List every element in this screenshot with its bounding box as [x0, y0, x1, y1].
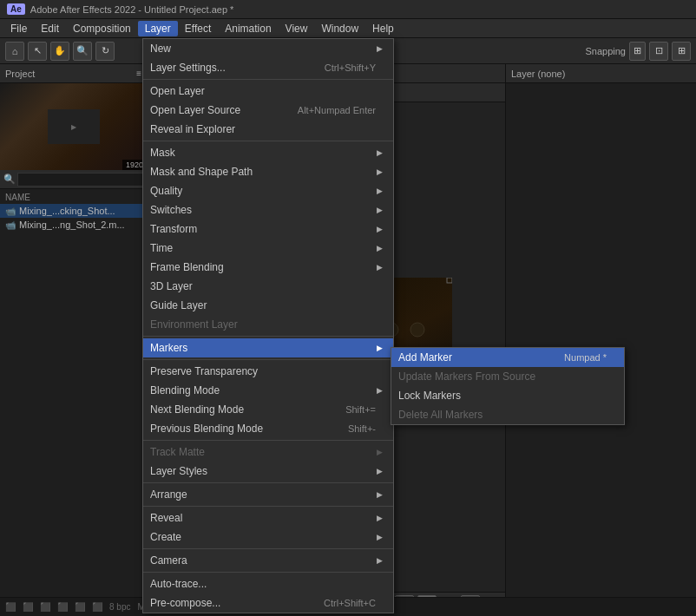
ctx-time[interactable]: Time ▶ — [143, 239, 393, 258]
ctx-update-markers: Update Markers From Source — [391, 367, 624, 386]
ctx-quality[interactable]: Quality ▶ — [143, 181, 393, 200]
ctx-create-label: Create — [150, 531, 181, 543]
tool-cursor[interactable]: ↖ — [28, 42, 47, 61]
snapping-toggle[interactable]: ⊞ — [629, 42, 646, 61]
ctx-reveal-explorer-label: Reveal in Explorer — [150, 123, 235, 135]
ctx-layer-settings-shortcut: Ctrl+Shift+Y — [325, 62, 376, 73]
menu-help[interactable]: Help — [365, 21, 401, 36]
search-input[interactable] — [17, 173, 143, 187]
ctx-next-blend-shortcut: Shift+= — [345, 404, 376, 415]
thumb-background: ▶ — [0, 83, 147, 170]
ctx-quality-label: Quality — [150, 185, 182, 197]
ctx-pre-compose-label: Pre-compose... — [150, 597, 220, 609]
ctx-blending-mode[interactable]: Blending Mode ▶ — [143, 381, 393, 400]
ctx-3d-layer[interactable]: 3D Layer — [143, 277, 393, 296]
ctx-lock-markers[interactable]: Lock Markers — [391, 386, 624, 405]
ctx-reveal[interactable]: Reveal ▶ — [143, 508, 393, 528]
ctx-prev-blending[interactable]: Previous Blending Mode Shift+- — [143, 419, 393, 438]
ctx-switches[interactable]: Switches ▶ — [143, 200, 393, 220]
file-name-2: Mixing_...ng_Shot_2.m... — [19, 220, 125, 230]
menu-layer[interactable]: Layer — [138, 21, 178, 36]
menu-composition[interactable]: Composition — [66, 21, 138, 36]
layer-header-label: Layer (none) — [511, 69, 565, 79]
ctx-environment-layer-label: Environment Layer — [150, 318, 238, 331]
tool-search[interactable]: 🔍 — [73, 42, 92, 61]
ctx-markers[interactable]: Markers ▶ — [143, 338, 393, 357]
ctx-transform-label: Transform — [150, 223, 197, 235]
footer-icon6: ⬛ — [92, 602, 102, 612]
ctx-open-layer[interactable]: Open Layer — [143, 82, 393, 101]
menu-file[interactable]: File — [3, 21, 34, 36]
ctx-preserve-label: Preserve Transparency — [150, 365, 258, 377]
markers-submenu: Add Marker Numpad * Update Markers From … — [391, 347, 625, 425]
ctx-next-blending[interactable]: Next Blending Mode Shift+= — [143, 400, 393, 419]
footer-icon2: ⬛ — [23, 602, 33, 612]
ctx-track-matte-arrow: ▶ — [377, 448, 383, 456]
ctx-preserve-transparency[interactable]: Preserve Transparency — [143, 362, 393, 381]
ctx-switches-arrow: ▶ — [377, 206, 383, 214]
ctx-markers-arrow: ▶ — [377, 344, 383, 352]
title-bar: Ae Adobe After Effects 2022 - Untitled P… — [0, 0, 696, 19]
menu-window[interactable]: Window — [314, 21, 365, 36]
tool-extra2[interactable]: ⊞ — [672, 42, 691, 61]
file-item-1[interactable]: 📹 Mixing_...cking_Shot... — [0, 204, 147, 218]
ctx-track-matte-label: Track Matte — [150, 446, 205, 458]
thumb-icon: ▶ — [71, 123, 76, 131]
ctx-auto-trace[interactable]: Auto-trace... — [143, 574, 393, 593]
ctx-add-marker[interactable]: Add Marker Numpad * — [391, 348, 624, 367]
files-header: Name — [0, 191, 147, 204]
file-item-2[interactable]: 📹 Mixing_...ng_Shot_2.m... — [0, 218, 147, 232]
project-menu-icon[interactable]: ≡ — [136, 69, 141, 78]
footer-color-depth: 8 bpc — [109, 602, 130, 612]
project-label: Project — [5, 69, 35, 79]
ctx-reveal-explorer[interactable]: Reveal in Explorer — [143, 120, 393, 139]
ctx-pre-compose[interactable]: Pre-compose... Ctrl+Shift+C — [143, 593, 393, 613]
thumb-placeholder: ▶ — [48, 109, 100, 144]
menu-edit[interactable]: Edit — [34, 21, 66, 36]
ctx-sep-9 — [143, 572, 393, 573]
ctx-mask[interactable]: Mask ▶ — [143, 143, 393, 162]
tool-home[interactable]: ⌂ — [5, 42, 24, 61]
ctx-new-arrow: ▶ — [377, 44, 383, 53]
ctx-quality-arrow: ▶ — [377, 187, 383, 195]
ctx-sep-4 — [143, 359, 393, 360]
ctx-camera-arrow: ▶ — [377, 556, 383, 565]
ctx-transform-arrow: ▶ — [377, 225, 383, 233]
ctx-layer-settings[interactable]: Layer Settings... Ctrl+Shift+Y — [143, 58, 393, 77]
menu-effect[interactable]: Effect — [178, 21, 218, 36]
project-header: Project ≡ — [0, 64, 147, 83]
tool-extra1[interactable]: ⊡ — [649, 42, 668, 61]
ctx-mask-shape[interactable]: Mask and Shape Path ▶ — [143, 162, 393, 181]
ctx-update-markers-label: Update Markers From Source — [398, 370, 535, 383]
tool-hand[interactable]: ✋ — [50, 42, 69, 61]
tool-rotate[interactable]: ↻ — [95, 42, 115, 61]
thumb-size: 1920 — [126, 161, 143, 169]
ctx-layer-styles[interactable]: Layer Styles ▶ — [143, 462, 393, 481]
project-thumbnail: ▶ 1920 — [0, 83, 147, 170]
ctx-blending-label: Blending Mode — [150, 384, 220, 396]
ctx-frame-blending[interactable]: Frame Blending ▶ — [143, 258, 393, 277]
ctx-create[interactable]: Create ▶ — [143, 528, 393, 547]
ctx-guide-layer[interactable]: Guide Layer — [143, 296, 393, 315]
ctx-auto-trace-label: Auto-trace... — [150, 578, 207, 590]
menu-animation[interactable]: Animation — [218, 21, 278, 36]
ctx-sep-1 — [143, 79, 393, 80]
ctx-open-source[interactable]: Open Layer Source Alt+Numpad Enter — [143, 101, 393, 120]
app-title: Adobe After Effects 2022 - Untitled Proj… — [30, 4, 234, 15]
ctx-transform[interactable]: Transform ▶ — [143, 220, 393, 239]
ctx-open-source-label: Open Layer Source — [150, 104, 240, 116]
ctx-mask-arrow: ▶ — [377, 148, 383, 157]
ctx-markers-label: Markers — [150, 342, 187, 354]
menu-view[interactable]: View — [279, 21, 315, 36]
ctx-arrange[interactable]: Arrange ▶ — [143, 485, 393, 504]
ctx-lock-markers-label: Lock Markers — [398, 390, 461, 402]
ctx-reveal-arrow: ▶ — [377, 514, 383, 522]
ctx-next-blend-label: Next Blending Mode — [150, 403, 244, 416]
project-files: Name 📹 Mixing_...cking_Shot... 📹 Mixing_… — [0, 189, 147, 616]
ctx-camera[interactable]: Camera ▶ — [143, 551, 393, 570]
ctx-sep-8 — [143, 548, 393, 549]
ctx-sep-7 — [143, 506, 393, 507]
ctx-new[interactable]: New ▶ — [143, 39, 393, 58]
ctx-camera-label: Camera — [150, 554, 187, 567]
snapping-label: Snapping — [586, 46, 627, 56]
